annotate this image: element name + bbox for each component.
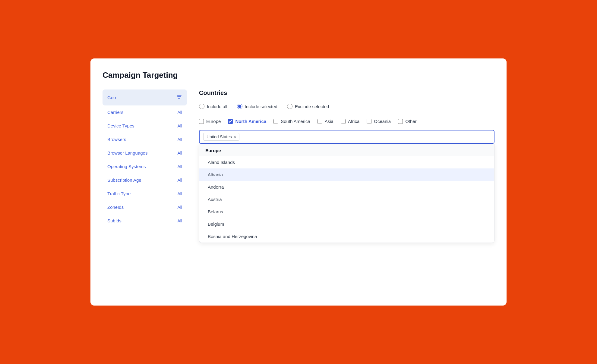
country-search-input[interactable]	[242, 134, 490, 140]
countries-content: Countries Include all Include selected E…	[187, 89, 494, 293]
sidebar-operating-systems-label: Operating Systems	[107, 164, 146, 169]
sidebar-traffic-type-label: Traffic Type	[107, 191, 131, 196]
sidebar-item-subids[interactable]: SubIds All	[103, 214, 187, 228]
sidebar-item-browser-languages[interactable]: Browser Languages All	[103, 146, 187, 160]
sidebar-zoneids-label: ZoneIds	[107, 205, 124, 210]
radio-exclude-selected-input[interactable]	[287, 104, 292, 109]
sidebar-subids-value: All	[177, 218, 182, 223]
sidebar-carriers-value: All	[177, 110, 182, 115]
region-south-america[interactable]: South America	[273, 119, 310, 124]
dropdown-item-belarus[interactable]: Belarus	[199, 206, 494, 218]
region-other[interactable]: Other	[398, 119, 417, 124]
region-asia-label: Asia	[325, 119, 333, 124]
sidebar-device-types-label: Device Types	[107, 123, 134, 128]
radio-include-all-input[interactable]	[199, 104, 204, 109]
region-europe-label: Europe	[206, 119, 221, 124]
sidebar-item-device-types[interactable]: Device Types All	[103, 119, 187, 133]
radio-group: Include all Include selected Exclude sel…	[199, 104, 494, 109]
radio-include-all-label: Include all	[207, 104, 227, 109]
filter-icon	[176, 94, 182, 101]
radio-exclude-selected-label: Exclude selected	[295, 104, 329, 109]
page-title: Campaign Targeting	[103, 71, 494, 80]
dropdown-item-austria[interactable]: Austria	[199, 193, 494, 206]
region-south-america-label: South America	[281, 119, 310, 124]
region-africa-checkbox[interactable]	[341, 119, 346, 124]
country-dropdown: Europe Aland Islands Albania Andorra Aus…	[199, 144, 494, 243]
region-africa[interactable]: Africa	[341, 119, 359, 124]
sidebar-browser-languages-value: All	[177, 151, 182, 155]
region-africa-label: Africa	[348, 119, 359, 124]
region-group: Europe North America South America Asia …	[199, 119, 494, 124]
dropdown-item-belgium[interactable]: Belgium	[199, 218, 494, 230]
dropdown-item-aland-islands[interactable]: Aland Islands	[199, 156, 494, 168]
sidebar-browsers-value: All	[177, 137, 182, 142]
sidebar-subids-label: SubIds	[107, 218, 122, 223]
sidebar-browsers-label: Browsers	[107, 137, 126, 142]
sidebar-subscription-age-label: Subscription Age	[107, 177, 141, 183]
countries-title: Countries	[199, 89, 494, 96]
region-oceania[interactable]: Oceania	[367, 119, 391, 124]
radio-exclude-selected[interactable]: Exclude selected	[287, 104, 329, 109]
sidebar-carriers-label: Carriers	[107, 110, 123, 115]
sidebar-device-types-value: All	[177, 124, 182, 128]
campaign-targeting-card: Campaign Targeting Geo Carriers All	[90, 58, 507, 306]
dropdown-item-albania[interactable]: Albania	[199, 168, 494, 181]
region-south-america-checkbox[interactable]	[273, 119, 278, 124]
sidebar-item-geo[interactable]: Geo	[103, 89, 187, 105]
sidebar-item-operating-systems[interactable]: Operating Systems All	[103, 160, 187, 173]
main-layout: Geo Carriers All Device Types All	[103, 89, 494, 293]
region-north-america-checkbox[interactable]	[228, 119, 233, 124]
radio-include-all[interactable]: Include all	[199, 104, 227, 109]
sidebar-zoneids-value: All	[177, 205, 182, 210]
dropdown-item-andorra[interactable]: Andorra	[199, 181, 494, 193]
sidebar-item-geo-label: Geo	[107, 95, 116, 100]
radio-include-selected[interactable]: Include selected	[237, 104, 277, 109]
region-north-america-label: North America	[235, 119, 266, 124]
region-north-america[interactable]: North America	[228, 119, 266, 124]
sidebar-item-subscription-age[interactable]: Subscription Age All	[103, 173, 187, 187]
dropdown-item-bosnia[interactable]: Bosnia and Herzegovina	[199, 230, 494, 243]
sidebar: Geo Carriers All Device Types All	[103, 89, 187, 293]
region-oceania-checkbox[interactable]	[367, 119, 371, 124]
sidebar-item-zoneids[interactable]: ZoneIds All	[103, 200, 187, 214]
tag-united-states-remove[interactable]: ×	[234, 135, 236, 139]
tag-united-states: United States ×	[203, 133, 239, 141]
radio-include-selected-input[interactable]	[237, 104, 242, 109]
country-tag-input-wrapper[interactable]: United States ×	[199, 130, 494, 144]
sidebar-browser-languages-label: Browser Languages	[107, 150, 147, 155]
region-asia[interactable]: Asia	[317, 119, 333, 124]
sidebar-item-carriers[interactable]: Carriers All	[103, 105, 187, 119]
sidebar-traffic-type-value: All	[177, 191, 182, 196]
dropdown-group-europe: Europe	[199, 144, 494, 156]
sidebar-subscription-age-value: All	[177, 178, 182, 183]
radio-include-selected-label: Include selected	[245, 104, 277, 109]
sidebar-item-traffic-type[interactable]: Traffic Type All	[103, 187, 187, 200]
region-europe-checkbox[interactable]	[199, 119, 204, 124]
region-asia-checkbox[interactable]	[317, 119, 322, 124]
tag-united-states-label: United States	[207, 134, 232, 139]
region-oceania-label: Oceania	[374, 119, 391, 124]
region-other-checkbox[interactable]	[398, 119, 403, 124]
region-europe[interactable]: Europe	[199, 119, 221, 124]
sidebar-item-browsers[interactable]: Browsers All	[103, 133, 187, 146]
sidebar-operating-systems-value: All	[177, 164, 182, 169]
region-other-label: Other	[405, 119, 417, 124]
